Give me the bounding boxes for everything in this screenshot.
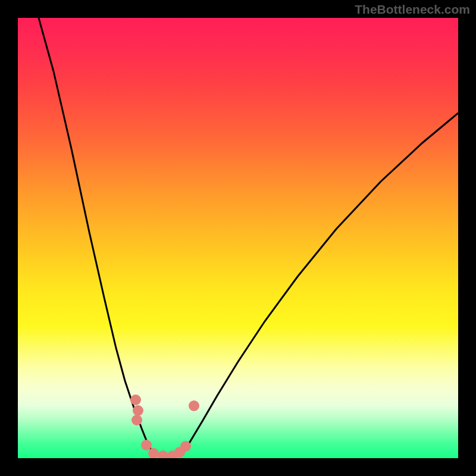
plot-area — [18, 18, 458, 458]
data-marker — [133, 405, 143, 416]
data-marker — [141, 440, 152, 450]
chart-frame: TheBottleneck.com — [0, 0, 476, 476]
data-marker — [130, 394, 141, 405]
data-marker — [180, 441, 191, 452]
data-marker — [148, 448, 159, 458]
data-marker — [189, 400, 199, 411]
watermark-text: TheBottleneck.com — [355, 2, 470, 17]
bottleneck-curve — [18, 18, 458, 458]
data-marker — [131, 415, 142, 425]
curve-left-path — [39, 18, 156, 457]
data-marker — [158, 450, 168, 458]
curve-right-path — [180, 113, 458, 457]
